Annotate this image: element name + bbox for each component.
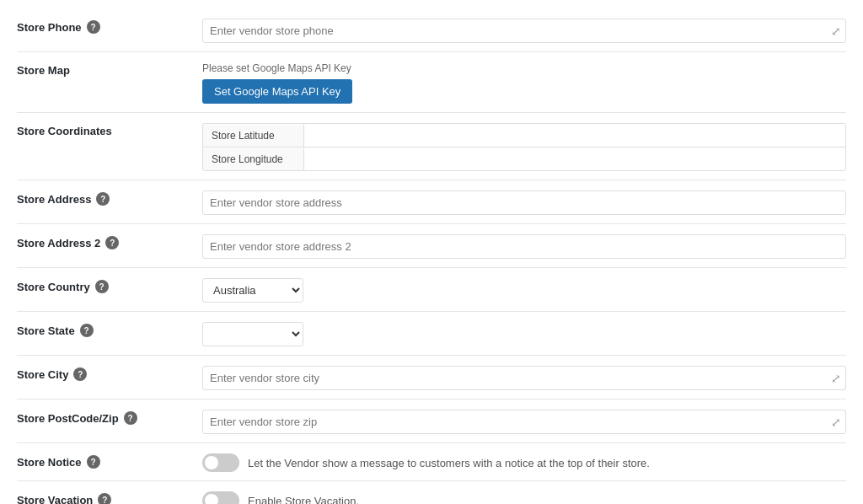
store-vacation-label-text: Store Vacation [17,494,93,505]
latitude-row: Store Latitude [203,124,845,147]
store-notice-label-text: Store Notice [17,456,82,469]
longitude-row: Store Longitude [203,147,845,170]
store-postcode-control: ⤢ [202,408,846,434]
store-postcode-label-text: Store PostCode/Zip [17,412,119,425]
map-section: Please set Google Maps API Key Set Googl… [202,62,352,104]
store-phone-label-text: Store Phone [17,21,82,34]
store-vacation-row: Store Vacation ? Enable Store Vacation. [17,481,846,504]
store-address2-row: Store Address 2 ? [17,224,846,268]
store-city-label: Store City ? [17,364,202,381]
store-vacation-toggle-row: Enable Store Vacation. [202,491,359,504]
store-phone-label: Store Phone ? [17,17,202,34]
store-notice-control: Let the Vendor show a message to custome… [202,452,846,472]
store-state-control: New South Wales Victoria Queensland West… [202,320,846,346]
store-phone-help-icon[interactable]: ? [87,20,100,34]
set-google-maps-api-key-button[interactable]: Set Google Maps API Key [202,79,352,104]
store-postcode-row: Store PostCode/Zip ? ⤢ [17,399,846,443]
coordinates-grid: Store Latitude Store Longitude [202,123,846,171]
store-coordinates-row: Store Coordinates Store Latitude Store L… [17,113,846,180]
store-postcode-input[interactable] [202,410,846,434]
store-postcode-input-wrapper: ⤢ [202,410,846,434]
store-postcode-resize-icon: ⤢ [831,416,841,429]
store-notice-toggle-row: Let the Vendor show a message to custome… [202,453,650,472]
store-notice-label: Store Notice ? [17,452,202,469]
store-city-label-text: Store City [17,368,68,381]
page-wrapper: Store Phone ? ⤢ Store Map Please set Goo… [0,0,863,504]
store-address2-help-icon[interactable]: ? [105,236,119,249]
store-city-help-icon[interactable]: ? [73,367,87,381]
store-city-row: Store City ? ⤢ [17,356,846,399]
store-coordinates-control: Store Latitude Store Longitude [202,121,846,171]
store-notice-slider [202,453,239,472]
store-vacation-description: Enable Store Vacation. [248,495,359,505]
store-phone-input-wrapper: ⤢ [202,19,846,43]
store-notice-description: Let the Vendor show a message to custome… [248,457,650,469]
store-country-help-icon[interactable]: ? [95,280,109,293]
store-state-row: Store State ? New South Wales Victoria Q… [17,312,846,356]
store-city-input-wrapper: ⤢ [202,366,846,390]
store-coordinates-label: Store Coordinates [17,121,202,137]
store-phone-resize-icon: ⤢ [831,24,841,38]
store-address2-label: Store Address 2 ? [17,233,202,249]
store-address2-control [202,233,846,259]
store-country-control: Australia United States United Kingdom C… [202,276,846,303]
store-address2-label-text: Store Address 2 [17,237,100,249]
store-city-resize-icon: ⤢ [831,372,841,385]
store-address-control [202,189,846,215]
store-address-row: Store Address ? [17,180,846,224]
store-vacation-label: Store Vacation ? [17,490,202,504]
store-state-label-text: Store State [17,324,75,337]
longitude-input[interactable] [304,147,845,170]
store-city-control: ⤢ [202,364,846,390]
store-state-label: Store State ? [17,320,202,337]
store-notice-toggle[interactable] [202,453,239,472]
store-map-label-text: Store Map [17,64,70,77]
store-notice-help-icon[interactable]: ? [87,455,100,469]
store-vacation-help-icon[interactable]: ? [98,493,111,504]
store-address-input[interactable] [202,190,846,215]
store-country-select[interactable]: Australia United States United Kingdom C… [202,278,303,303]
store-country-label: Store Country ? [17,276,202,293]
store-vacation-toggle[interactable] [202,491,239,504]
latitude-input[interactable] [304,124,845,147]
store-address2-input[interactable] [202,234,846,259]
latitude-label: Store Latitude [203,125,304,147]
store-address-label: Store Address ? [17,189,202,206]
store-phone-row: Store Phone ? ⤢ [17,8,846,52]
store-phone-input[interactable] [202,19,846,43]
store-city-input[interactable] [202,366,846,390]
store-country-row: Store Country ? Australia United States … [17,268,846,312]
store-vacation-control: Enable Store Vacation. [202,490,846,504]
store-notice-row: Store Notice ? Let the Vendor show a mes… [17,443,846,481]
store-coordinates-label-text: Store Coordinates [17,125,112,137]
store-phone-control: ⤢ [202,17,846,43]
store-address-label-text: Store Address [17,193,91,206]
store-address-help-icon[interactable]: ? [96,192,110,206]
store-vacation-slider [202,491,239,504]
store-map-control: Please set Google Maps API Key Set Googl… [202,61,846,104]
content-area: Store Phone ? ⤢ Store Map Please set Goo… [0,0,863,504]
longitude-label: Store Longitude [203,148,304,170]
store-postcode-label: Store PostCode/Zip ? [17,408,202,425]
map-notice-text: Please set Google Maps API Key [202,62,352,74]
store-state-select[interactable]: New South Wales Victoria Queensland West… [202,322,303,346]
store-postcode-help-icon[interactable]: ? [124,411,137,425]
store-map-label: Store Map [17,61,202,77]
store-state-help-icon[interactable]: ? [80,324,94,337]
store-map-row: Store Map Please set Google Maps API Key… [17,52,846,113]
store-country-label-text: Store Country [17,281,90,293]
